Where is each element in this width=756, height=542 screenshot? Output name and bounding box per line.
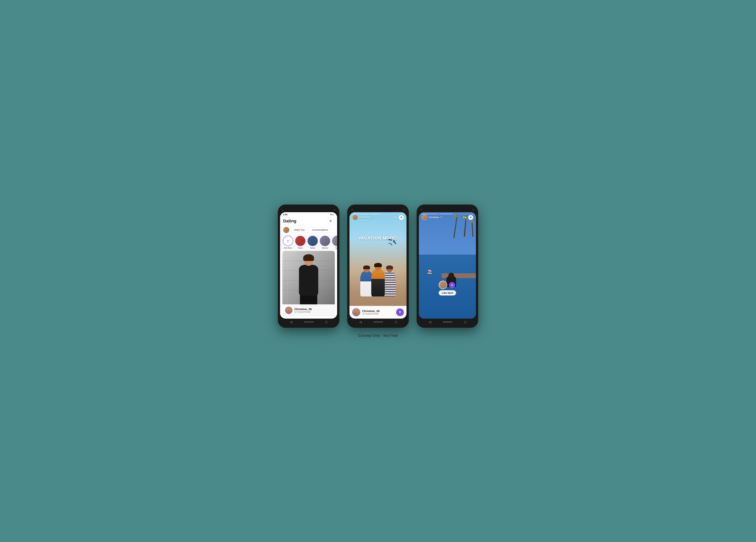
story-username-2: Christine xyxy=(359,216,370,219)
phone1-screen: 2:04 ■ ▲ Dating ⚙ Liked You Conversation… xyxy=(280,212,337,319)
story-card-bottom-2: Christine, 28 12 mutual friends ♥ xyxy=(349,306,407,319)
phone1-notch xyxy=(280,207,337,212)
like-sent-label: Like Sent xyxy=(439,290,456,295)
story-header-right-3: ••• ✕ xyxy=(463,215,473,220)
back-nav-icon[interactable]: ◁ xyxy=(290,320,292,324)
phone3-notch xyxy=(419,207,476,212)
overview-nav-icon-2[interactable]: □ xyxy=(395,320,397,324)
main-profile-card[interactable]: Christine, 28 12 mutual friends xyxy=(282,251,335,316)
status-time-1: 2:04 xyxy=(283,213,287,216)
home-pill[interactable] xyxy=(304,321,314,322)
notch-dot-2r xyxy=(403,209,405,210)
dots-menu-btn-3[interactable]: ••• xyxy=(463,216,466,219)
phone2-notch xyxy=(349,207,407,212)
notch-dot-3r xyxy=(472,209,474,210)
person-hair xyxy=(303,254,314,261)
story-label-sarah: Sarah xyxy=(310,247,315,249)
story-header-3: Christine 2h ••• ✕ xyxy=(419,212,476,222)
conversations-tab[interactable]: Conversations xyxy=(309,227,331,233)
status-icons-1: ■ ▲ xyxy=(330,213,334,215)
phone3-screen: 🌴 🌴 🌴 ⛱️ xyxy=(419,212,476,319)
overview-nav-icon-3[interactable]: □ xyxy=(464,320,466,324)
story-avatar-bianca xyxy=(320,236,330,246)
notch-dot-left xyxy=(282,209,284,210)
dating-header: Dating ⚙ xyxy=(280,216,337,226)
story-avatar-sm-2 xyxy=(352,215,358,220)
story-time-3: 2h xyxy=(440,216,442,218)
wifi-icon: ▲ xyxy=(332,213,334,215)
story-card-mutual-2: 12 mutual friends xyxy=(362,313,380,315)
stories-row: + Add Story Taylor Sarah xyxy=(280,235,337,251)
phone-1: 2:04 ■ ▲ Dating ⚙ Liked You Conversation… xyxy=(278,205,339,328)
story-user-info-3: Christine 2h xyxy=(422,215,442,220)
add-story-circle[interactable]: + xyxy=(283,236,293,246)
phone1-bottom-bar: ◁ □ xyxy=(280,319,337,326)
story-avatar-sarah xyxy=(307,236,318,246)
gear-button[interactable]: ⚙ xyxy=(327,218,334,225)
story-bianca[interactable]: Bianca xyxy=(320,236,330,249)
story-card-avatar-2 xyxy=(352,308,360,316)
story-screen: Christine 3h ••• ✕ VACATION MODE! xyxy=(349,212,407,319)
phone-3: 🌴 🌴 🌴 ⛱️ xyxy=(417,205,478,328)
like-sent-avatars: ♥ xyxy=(439,276,456,289)
like-heart-button-2[interactable]: ♥ xyxy=(396,308,404,316)
card-info-bar: Christine, 28 12 mutual friends xyxy=(282,304,335,316)
notch-dot-2l xyxy=(351,209,353,210)
story-label-bianca: Bianca xyxy=(322,247,328,249)
story-time-2: 3h xyxy=(371,216,373,218)
umbrella-icon: ⛱️ xyxy=(427,269,432,274)
palm-tree-2: 🌴 xyxy=(472,221,473,237)
story-username-3: Christine xyxy=(429,216,439,219)
back-nav-icon-2[interactable]: ◁ xyxy=(359,320,362,324)
add-story-label: Add Story xyxy=(284,247,292,249)
card-mutual-friends: 12 mutual friends xyxy=(294,311,312,313)
story-sp[interactable]: Sp... xyxy=(332,236,337,249)
dots-menu-btn-2[interactable]: ••• xyxy=(394,216,397,219)
story-avatar-taylor xyxy=(295,236,306,246)
card-text: Christine, 28 12 mutual friends xyxy=(294,307,312,313)
person-body xyxy=(299,265,318,296)
like-sent-overlay: ♥ Like Sent xyxy=(439,276,456,295)
add-story-item[interactable]: + Add Story xyxy=(283,236,293,249)
phone3-bottom-bar: ◁ □ xyxy=(419,319,476,326)
home-pill-2[interactable] xyxy=(373,321,383,322)
back-nav-icon-3[interactable]: ◁ xyxy=(429,320,431,324)
story-label-taylor: Taylor xyxy=(298,247,303,249)
people-group xyxy=(360,258,396,296)
phone2-screen: Christine 3h ••• ✕ VACATION MODE! xyxy=(349,212,407,319)
status-bar-1: 2:04 ■ ▲ xyxy=(280,212,337,216)
person-head xyxy=(304,255,313,266)
user-avatar xyxy=(283,227,289,233)
like-sent-screen: 🌴 🌴 🌴 ⛱️ xyxy=(419,212,476,319)
close-story-btn-3[interactable]: ✕ xyxy=(468,215,473,220)
story-header-2: Christine 3h ••• ✕ xyxy=(349,212,407,222)
concept-label: Concept Only - Not Final xyxy=(358,334,398,338)
signal-icon: ■ xyxy=(330,213,332,215)
story-avatar-sm-3 xyxy=(422,215,427,220)
card-name: Christine, 28 xyxy=(294,307,312,311)
card-avatar xyxy=(285,307,292,314)
heart-badge: ♥ xyxy=(449,282,455,288)
liked-you-tab[interactable]: Liked You xyxy=(291,227,307,233)
add-story-plus-icon: + xyxy=(287,239,289,243)
close-icon-3: ✕ xyxy=(470,216,472,219)
notch-dot-3l xyxy=(421,209,422,210)
vacation-mode-text: VACATION MODE! xyxy=(358,236,398,241)
profile-person-figure xyxy=(299,255,318,306)
home-pill-3[interactable] xyxy=(443,321,452,322)
story-card-name-2: Christine, 28 xyxy=(362,309,380,313)
story-sarah[interactable]: Sarah xyxy=(307,236,318,249)
overview-nav-icon[interactable]: □ xyxy=(326,320,327,324)
story-label-sp: Sp... xyxy=(335,247,337,249)
story-name-time-2: Christine 3h xyxy=(359,216,373,219)
story-user-info-2: Christine 3h xyxy=(352,215,373,220)
pool-scene-bg: 🌴 🌴 🌴 ⛱️ xyxy=(419,212,476,319)
story-taylor[interactable]: Taylor xyxy=(295,236,306,249)
close-icon-2: ✕ xyxy=(400,216,402,219)
story-avatar-sp xyxy=(332,236,337,246)
close-story-btn-2[interactable]: ✕ xyxy=(399,215,404,220)
phone2-bottom-bar: ◁ □ xyxy=(349,319,407,326)
tab-row: Liked You Conversations xyxy=(280,226,337,235)
like-sender-avatar xyxy=(439,281,447,289)
story-header-right-2: ••• ✕ xyxy=(394,215,404,220)
